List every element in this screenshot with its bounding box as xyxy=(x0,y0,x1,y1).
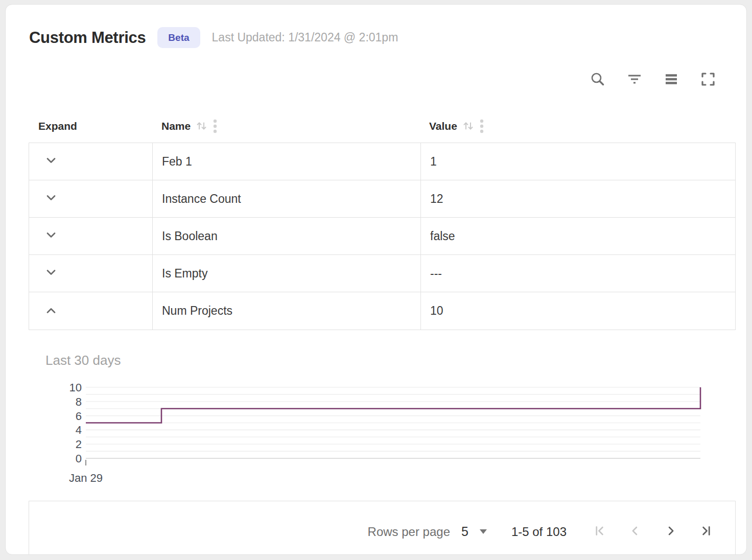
filter-button[interactable] xyxy=(624,69,645,90)
custom-metrics-card: Custom Metrics Beta Last Updated: 1/31/2… xyxy=(5,4,747,555)
value-cell: 1 xyxy=(421,143,735,180)
chevron-up-icon xyxy=(44,306,58,316)
rows-per-page-value: 5 xyxy=(461,524,468,539)
step-line-chart: 0246810Jan 29 xyxy=(29,381,736,491)
row-detail-panel: Last 30 days 0246810Jan 29 xyxy=(29,332,736,501)
chart-title: Last 30 days xyxy=(45,353,121,368)
chevron-down-icon xyxy=(44,231,58,241)
density-button[interactable] xyxy=(661,69,682,90)
name-cell: Is Empty xyxy=(153,255,421,292)
last-updated-text: Last Updated: 1/31/2024 @ 2:01pm xyxy=(212,31,398,44)
svg-text:2: 2 xyxy=(76,438,82,451)
filter-icon xyxy=(626,71,643,89)
rows-per-page-label: Rows per page xyxy=(368,525,450,539)
column-header-name-label: Name xyxy=(161,120,191,132)
fullscreen-icon xyxy=(699,71,717,89)
first-page-button[interactable] xyxy=(588,521,610,543)
chevron-left-icon xyxy=(628,524,642,540)
svg-text:4: 4 xyxy=(76,424,82,436)
metrics-table: Expand Name Value xyxy=(29,109,736,330)
previous-page-button[interactable] xyxy=(624,521,646,543)
column-header-value[interactable]: Value xyxy=(420,119,736,134)
last-page-button[interactable] xyxy=(695,521,718,543)
rows-per-page-select[interactable]: 5 xyxy=(461,524,487,539)
value-cell: --- xyxy=(421,255,735,292)
table-row: Feb 1 1 xyxy=(29,143,735,180)
column-header-expand: Expand xyxy=(29,120,152,132)
fullscreen-button[interactable] xyxy=(697,69,719,90)
pagination-range-label: 1-5 of 103 xyxy=(511,525,567,539)
expand-cell xyxy=(29,143,153,180)
svg-text:Jan 29: Jan 29 xyxy=(69,472,103,484)
chevron-right-icon xyxy=(664,524,678,540)
svg-text:10: 10 xyxy=(69,381,82,394)
page-title: Custom Metrics xyxy=(29,29,146,47)
expand-row-button[interactable] xyxy=(44,194,58,204)
table-row: Num Projects 10 xyxy=(29,292,735,330)
last-page-icon xyxy=(699,524,714,540)
name-cell: Is Boolean xyxy=(153,218,421,254)
collapse-row-button[interactable] xyxy=(44,306,58,316)
name-cell: Instance Count xyxy=(153,180,421,217)
column-header-value-label: Value xyxy=(429,120,457,132)
page-header: Custom Metrics Beta Last Updated: 1/31/2… xyxy=(29,27,398,48)
table-row: Instance Count 12 xyxy=(29,180,735,218)
svg-text:0: 0 xyxy=(76,452,82,465)
expand-cell xyxy=(29,218,153,254)
name-cell: Num Projects xyxy=(153,292,421,330)
expand-row-button[interactable] xyxy=(44,231,58,241)
table-header-row: Expand Name Value xyxy=(29,109,736,143)
column-menu-icon[interactable] xyxy=(213,119,218,134)
pagination-nav xyxy=(588,521,718,543)
svg-text:8: 8 xyxy=(76,395,82,408)
value-cell: 12 xyxy=(421,180,735,217)
svg-text:6: 6 xyxy=(76,410,82,423)
chevron-down-icon xyxy=(44,268,58,278)
column-menu-icon[interactable] xyxy=(479,119,484,134)
density-icon xyxy=(663,71,680,89)
table-row: Is Boolean false xyxy=(29,218,735,255)
beta-badge: Beta xyxy=(157,27,200,48)
search-icon xyxy=(589,71,606,89)
pagination-footer: Rows per page 5 1-5 of 103 xyxy=(29,501,736,555)
name-cell: Feb 1 xyxy=(153,143,421,180)
dropdown-arrow-icon xyxy=(480,529,487,534)
grid-toolbar xyxy=(587,69,719,90)
expand-cell xyxy=(29,292,153,330)
table-row: Is Empty --- xyxy=(29,255,735,292)
first-page-icon xyxy=(592,524,606,540)
expand-cell xyxy=(29,180,153,217)
chevron-down-icon xyxy=(44,194,58,204)
value-cell: false xyxy=(421,218,735,254)
chevron-down-icon xyxy=(44,156,58,167)
expand-row-button[interactable] xyxy=(44,268,58,278)
column-header-name[interactable]: Name xyxy=(152,119,420,134)
next-page-button[interactable] xyxy=(660,521,682,543)
search-button[interactable] xyxy=(587,69,608,90)
sort-icon[interactable] xyxy=(196,120,207,132)
expand-cell xyxy=(29,255,153,292)
expand-row-button[interactable] xyxy=(44,156,58,167)
column-header-expand-label: Expand xyxy=(38,120,77,132)
table-body: Feb 1 1 Instance Count 12 xyxy=(29,143,736,330)
sort-icon[interactable] xyxy=(462,120,474,132)
value-cell: 10 xyxy=(421,292,735,330)
